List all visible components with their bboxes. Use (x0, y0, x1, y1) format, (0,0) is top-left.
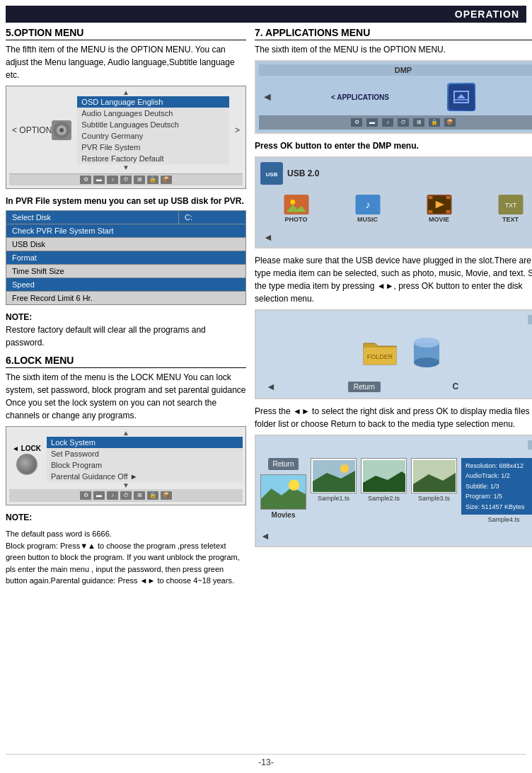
option-label-left: < OPTION (12, 125, 52, 135)
press-ok-text: Press OK button to enter the DMP menu. (255, 139, 532, 152)
pvr-row-select-disk[interactable]: Select Disk C: (6, 211, 246, 224)
disk-return-btn[interactable]: Return (348, 382, 381, 392)
movie-label: MOVIE (429, 216, 449, 223)
file-info-audio: AudioTrack: 1/2 (466, 471, 532, 481)
file-return-area: Return Movies (260, 458, 306, 523)
option-item-1[interactable]: OSD Language English (77, 96, 229, 108)
text-icon[interactable]: TXT TEXT (493, 195, 528, 223)
svg-point-27 (414, 338, 439, 348)
file-info-panel: Resolution: 688x412 AudioTrack: 1/2 Subt… (461, 458, 532, 515)
music-icon[interactable]: ♪ MUSIC (350, 195, 386, 223)
menu-arrow-left: < OPTION (9, 96, 74, 164)
col-left: 5.OPTION MENU The fifth item of the MENU… (6, 27, 246, 748)
option-item-6[interactable]: Restore Factory Default (77, 153, 229, 164)
pvr-cell-timeshift[interactable]: Time Shift Size (6, 265, 246, 278)
pvr-cell-free[interactable]: Free Record Limit 6 Hr. (6, 292, 246, 305)
svg-point-30 (289, 480, 300, 491)
disk-left-arrow[interactable]: ◄ (266, 381, 276, 392)
section6-desc: The sixth item of the menu is the LOCK M… (6, 371, 246, 422)
media-left-arrow[interactable]: ◄ (263, 231, 273, 243)
svg-text:♪: ♪ (365, 199, 370, 210)
pvr-cell-usb[interactable]: USB Disk (6, 238, 246, 251)
dmp-icon-6: 🔒 (429, 118, 440, 127)
menu-bottom-icons: ⚙ ▬ ♪ ⏱ ⊞ 🔒 📦 (9, 173, 243, 185)
section5-heading: 5.OPTION MENU (6, 27, 246, 40)
file-item-2[interactable]: Sample2.ts (361, 458, 407, 523)
page-footer: -13- (6, 754, 526, 767)
dmp-icon-4: ⏱ (398, 118, 409, 127)
lock-item-4[interactable]: Parental Guidance Off ► (47, 471, 243, 482)
file-return-btn[interactable]: Return (268, 458, 298, 470)
usb-header: USB USB 2.0 (260, 162, 532, 185)
lock-bottom-1: ⚙ (80, 491, 91, 500)
svg-point-26 (414, 357, 439, 367)
folder-icon[interactable]: FOLDER (362, 334, 398, 370)
menu-arrow-top: ▲ (9, 89, 243, 96)
usb-label: USB 2.0 (287, 168, 319, 178)
dmp-screen-1: DMP ◄ < APPLICATIONS ► ⚙ (255, 60, 532, 134)
photo-icon[interactable]: PHOTO (279, 195, 314, 223)
sample2-thumb (361, 458, 407, 493)
lock-icon-area: ◄ LOCK (9, 445, 44, 475)
file-info-subtitle: Subtitle: 1/3 (466, 481, 532, 491)
lock-bottom-2: ▬ (93, 491, 105, 500)
option-item-4[interactable]: Country Germany (77, 130, 229, 142)
lock-inner: ◄ LOCK Lock System Set Password Block Pr… (9, 437, 243, 482)
file-item-3[interactable]: Sample3.ts (411, 458, 457, 523)
col-right: 7. APPLICATIONS MENU The sixth item of t… (255, 27, 532, 748)
pvr-row-timeshift[interactable]: Time Shift Size (6, 265, 246, 278)
lock-bottom-icons: ⚙ ▬ ♪ ⏱ ⊞ 🔒 📦 (9, 489, 243, 502)
movie-icon[interactable]: MOVIE (422, 195, 457, 223)
svg-rect-18 (428, 210, 432, 213)
lock-item-2[interactable]: Set Password (47, 448, 243, 459)
file-info-size: Size: 511457 KBytes (466, 502, 532, 512)
note5-heading: NOTE: Restore factory default will clear… (6, 311, 246, 349)
lock-item-3[interactable]: Block Program (47, 459, 243, 471)
sample3-thumb (411, 458, 457, 493)
option-item-3[interactable]: Subtitle Languages Deutsch (77, 119, 229, 130)
lock-items: Lock System Set Password Block Program P… (47, 437, 243, 482)
lock-menu-box: ▲ ◄ LOCK Lock System Set Password Block … (6, 426, 246, 505)
option-menu-box: ▲ < OPTION OSD Language Eng (6, 86, 246, 189)
pvr-row-check[interactable]: Check PVR File System Start (6, 224, 246, 238)
pvr-row-speed[interactable]: Speed (6, 278, 246, 292)
dmp-apps-row: ◄ < APPLICATIONS ► (259, 79, 532, 115)
pvr-cell-check[interactable]: Check PVR File System Start (6, 224, 246, 238)
lock-bottom-6: 🔒 (147, 491, 158, 500)
file-left-arrow[interactable]: ◄ (260, 530, 270, 542)
pvr-cell-select-disk-val: C: (179, 211, 246, 224)
disk-counter: 1/1 (528, 315, 532, 324)
media-icons-row: PHOTO ♪ MUSIC (260, 189, 532, 229)
disk-cylinder-icon[interactable] (409, 334, 444, 370)
disk-screen-inner: 1/1 FOLDER (260, 315, 532, 394)
pvr-row-free[interactable]: Free Record Limit 6 Hr. (6, 292, 246, 305)
disk-icons-row: FOLDER (355, 327, 451, 377)
sample1-thumb (311, 458, 357, 493)
file-info-program: Program: 1/5 (466, 491, 532, 501)
file-nav-row: ◄ ► (260, 530, 532, 542)
pvr-row-format[interactable]: Format (6, 251, 246, 265)
option-item-2[interactable]: Audio Languages Deutsch (77, 108, 229, 119)
pvr-cell-speed[interactable]: Speed (6, 278, 246, 292)
pvr-row-usb[interactable]: USB Disk (6, 238, 246, 251)
lock-bottom-4: ⏱ (120, 491, 132, 500)
svg-point-10 (290, 200, 295, 205)
dmp-left-arrow[interactable]: ◄ (262, 91, 273, 103)
lock-item-1[interactable]: Lock System (47, 437, 243, 448)
pvr-cell-select-disk[interactable]: Select Disk (6, 211, 179, 224)
page: OPERATION 5.OPTION MENU The fifth item o… (0, 0, 532, 773)
disk-c-label: C (453, 382, 459, 391)
menu-arrow-right: > (232, 96, 243, 164)
lock-icon (16, 454, 37, 475)
option-item-5[interactable]: PVR File System (77, 142, 229, 153)
header-bar: OPERATION (6, 6, 526, 23)
file-item-1[interactable]: Sample1.ts (311, 458, 357, 523)
bottom-icon-6: 🔒 (147, 176, 158, 184)
usb-screen: USB USB 2.0 PHOTO (255, 156, 532, 248)
dmp-icon-1: ⚙ (351, 118, 362, 127)
pvr-cell-format[interactable]: Format (6, 251, 246, 265)
section7-heading: 7. APPLICATIONS MENU (255, 27, 532, 40)
file-counter: 1/1 (528, 440, 532, 450)
option-menu-list: OSD Language English Audio Languages Deu… (77, 96, 229, 164)
svg-text:FOLDER: FOLDER (367, 353, 393, 360)
